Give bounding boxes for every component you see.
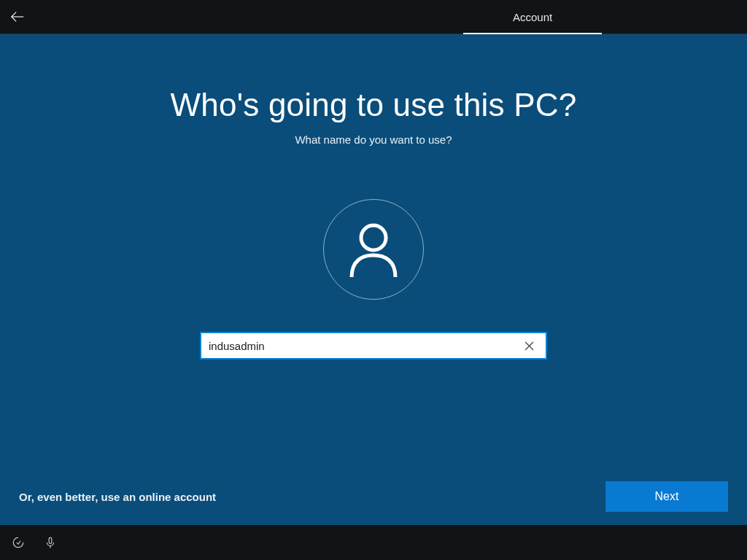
- bottom-actions: Or, even better, use an online account N…: [19, 481, 728, 512]
- back-button[interactable]: [0, 0, 35, 34]
- arrow-left-icon: [9, 9, 26, 25]
- page-title: Who's going to use this PC?: [171, 87, 577, 123]
- next-button[interactable]: Next: [605, 481, 728, 512]
- top-bar: Account: [0, 0, 747, 34]
- close-icon: [525, 341, 534, 351]
- person-icon: [347, 222, 400, 277]
- svg-point-1: [361, 225, 386, 250]
- name-input[interactable]: [209, 340, 519, 352]
- avatar-placeholder: [323, 199, 424, 300]
- svg-rect-5: [49, 537, 52, 543]
- tab-account[interactable]: Account: [463, 0, 602, 34]
- name-input-row: [200, 332, 547, 359]
- tab-account-label: Account: [513, 11, 552, 23]
- ease-of-access-icon[interactable]: [12, 536, 25, 549]
- microphone-icon[interactable]: [44, 536, 57, 549]
- main-content: Who's going to use this PC? What name do…: [0, 34, 747, 525]
- step-tabs: Account: [463, 0, 602, 34]
- page-subtitle: What name do you want to use?: [295, 133, 452, 146]
- bottom-bar: [0, 525, 747, 560]
- use-online-account-link[interactable]: Or, even better, use an online account: [19, 491, 216, 503]
- svg-point-4: [13, 537, 23, 548]
- clear-input-button[interactable]: [519, 336, 538, 355]
